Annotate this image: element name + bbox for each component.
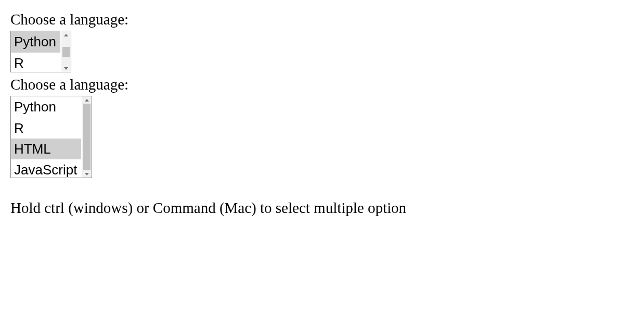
label-language-1: Choose a language: (10, 9, 634, 30)
language-listbox-2[interactable]: PythonRHTMLJavaScript (10, 96, 92, 178)
list-option[interactable]: R (11, 118, 81, 139)
hint-text: Hold ctrl (windows) or Command (Mac) to … (10, 198, 634, 218)
scrollbar-thumb[interactable] (83, 104, 91, 170)
label-language-2: Choose a language: (10, 74, 634, 95)
list-option[interactable]: Python (11, 96, 81, 117)
scrollbar[interactable] (61, 31, 71, 72)
list-option[interactable]: JavaScript (11, 159, 81, 180)
scrollbar[interactable] (82, 96, 92, 178)
caret-down-icon (85, 173, 89, 175)
list-option[interactable]: Python (11, 31, 60, 52)
caret-down-icon (64, 67, 68, 70)
language-listbox-1[interactable]: PythonR (10, 31, 71, 72)
scrollbar-thumb[interactable] (62, 47, 70, 57)
list-option[interactable]: HTML (11, 139, 81, 159)
caret-up-icon (85, 99, 89, 102)
scroll-up-button[interactable] (61, 31, 71, 39)
scroll-down-button[interactable] (61, 65, 71, 72)
list-option[interactable]: R (11, 53, 60, 73)
scroll-up-button[interactable] (82, 96, 92, 104)
scroll-down-button[interactable] (82, 170, 92, 178)
caret-up-icon (64, 34, 68, 36)
